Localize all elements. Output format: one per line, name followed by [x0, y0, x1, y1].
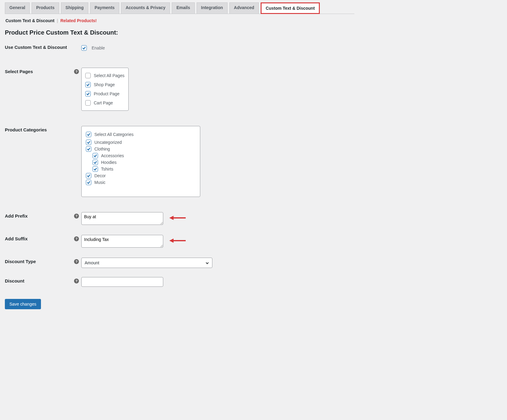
- tab-payments[interactable]: Payments: [90, 2, 119, 14]
- add-suffix-label: Add Suffix: [5, 236, 28, 241]
- option-label: Cart Page: [94, 100, 113, 105]
- use-custom-enable-text: Enable: [92, 46, 105, 50]
- discount-type-select[interactable]: Amount: [81, 258, 212, 268]
- checkbox-select-all-pages[interactable]: [85, 73, 91, 78]
- add-suffix-input[interactable]: Including Tax: [81, 235, 163, 248]
- tab-custom-text-discount[interactable]: Custom Text & Discount: [261, 2, 320, 14]
- save-changes-button[interactable]: Save changes: [5, 299, 41, 309]
- subnav-related-products[interactable]: Related Products!: [60, 18, 97, 23]
- checkbox-select-all-categories[interactable]: [86, 132, 91, 137]
- option-label: Tshirts: [101, 167, 113, 171]
- select-pages-box: Select All Pages Shop Page Product Page …: [81, 68, 129, 111]
- use-custom-label: Use Custom Text & Discount: [5, 45, 67, 50]
- chevron-down-icon: [205, 261, 209, 265]
- subnav-separator: |: [56, 18, 59, 23]
- checkbox-accessories[interactable]: [93, 153, 98, 158]
- option-label: Decor: [94, 173, 106, 178]
- option-label: Shop Page: [94, 82, 115, 87]
- add-prefix-input[interactable]: Buy at: [81, 212, 163, 225]
- product-categories-label: Product Categories: [5, 127, 47, 132]
- checkbox-uncategorized[interactable]: [86, 140, 91, 145]
- arrow-annotation-icon: [169, 216, 186, 220]
- checkbox-decor[interactable]: [86, 173, 91, 178]
- option-label: Accessories: [101, 153, 124, 158]
- sub-navigation: Custom Text & Discount | Related Product…: [5, 16, 354, 27]
- discount-label: Discount: [5, 278, 24, 283]
- select-pages-label: Select Pages: [5, 69, 33, 74]
- section-title: Product Price Custom Text & Discount:: [5, 29, 354, 36]
- option-label: Uncategorized: [94, 140, 122, 145]
- option-label: Select All Categories: [94, 132, 134, 137]
- checkbox-clothing[interactable]: [86, 146, 91, 152]
- subnav-current[interactable]: Custom Text & Discount: [5, 18, 55, 23]
- discount-type-label: Discount Type: [5, 259, 36, 264]
- help-icon[interactable]: ?: [74, 214, 79, 218]
- checkbox-shop-page[interactable]: [85, 82, 91, 87]
- tab-integration[interactable]: Integration: [197, 2, 228, 14]
- checkbox-tshirts[interactable]: [93, 166, 98, 172]
- add-prefix-label: Add Prefix: [5, 213, 28, 218]
- help-icon[interactable]: ?: [74, 236, 79, 241]
- arrow-annotation-icon: [169, 239, 186, 243]
- discount-type-value: Amount: [85, 260, 99, 265]
- help-icon[interactable]: ?: [74, 279, 79, 283]
- option-label: Music: [94, 180, 106, 185]
- tab-emails[interactable]: Emails: [172, 2, 194, 14]
- product-categories-box: Select All Categories Uncategorized Clot…: [81, 126, 200, 197]
- tab-general[interactable]: General: [5, 2, 30, 14]
- tab-products[interactable]: Products: [32, 2, 59, 14]
- tab-advanced[interactable]: Advanced: [229, 2, 259, 14]
- option-label: Clothing: [94, 147, 110, 151]
- tab-accounts-privacy[interactable]: Accounts & Privacy: [121, 2, 170, 14]
- checkbox-cart-page[interactable]: [85, 100, 91, 106]
- checkbox-product-page[interactable]: [85, 91, 91, 97]
- checkbox-music[interactable]: [86, 180, 91, 185]
- use-custom-checkbox[interactable]: [81, 45, 87, 51]
- option-label: Hoodies: [101, 160, 117, 165]
- option-label: Select All Pages: [94, 73, 124, 78]
- settings-tabs: General Products Shipping Payments Accou…: [5, 2, 354, 14]
- help-icon[interactable]: ?: [74, 259, 79, 264]
- option-label: Product Page: [94, 91, 120, 96]
- discount-input[interactable]: [81, 277, 163, 287]
- help-icon[interactable]: ?: [74, 69, 79, 74]
- tab-shipping[interactable]: Shipping: [61, 2, 88, 14]
- checkbox-hoodies[interactable]: [93, 160, 98, 165]
